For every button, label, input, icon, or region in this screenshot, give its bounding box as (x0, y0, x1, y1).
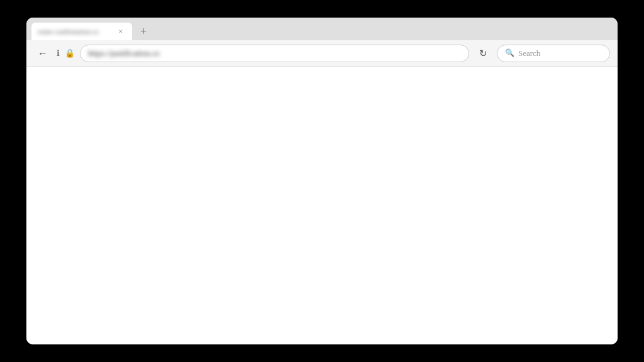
tab-close-button[interactable]: × (116, 26, 126, 36)
browser-window: some-confirmation.co × + ← ℹ 🔒 https://j… (26, 18, 618, 344)
tab-area: some-confirmation.co × + (31, 18, 613, 40)
back-button[interactable]: ← (34, 45, 52, 62)
page-content (26, 67, 618, 344)
refresh-icon: ↻ (479, 48, 487, 59)
address-bar: ← ℹ 🔒 https://justification.co ↻ 🔍 Searc… (26, 40, 618, 67)
url-input-box[interactable]: https://justification.co (80, 45, 469, 62)
search-placeholder: Search (518, 48, 540, 58)
search-box[interactable]: 🔍 Search (497, 45, 610, 62)
title-bar: some-confirmation.co × + (26, 18, 618, 40)
lock-icon[interactable]: 🔒 (65, 48, 75, 58)
back-icon: ← (38, 48, 48, 59)
tab-title: some-confirmation.co (38, 28, 112, 35)
refresh-button[interactable]: ↻ (474, 45, 492, 62)
search-icon: 🔍 (505, 48, 514, 58)
new-tab-button[interactable]: + (135, 23, 152, 40)
url-text: https://justification.co (88, 48, 160, 58)
info-icon[interactable]: ℹ (57, 48, 60, 58)
active-tab[interactable]: some-confirmation.co × (31, 23, 132, 40)
